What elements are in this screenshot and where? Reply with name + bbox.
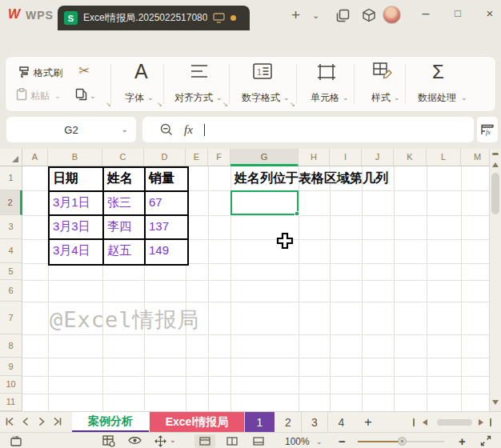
chevron-down-icon[interactable]: ⌄ xyxy=(312,10,319,21)
column-header-B[interactable]: B xyxy=(48,149,102,166)
first-sheet-icon[interactable] xyxy=(5,417,14,426)
column-header-C[interactable]: C xyxy=(102,149,144,166)
tabs-overview-icon[interactable] xyxy=(336,9,350,22)
move-selection-icon[interactable] xyxy=(154,435,166,447)
table-data-cell[interactable]: 赵五 xyxy=(104,240,146,264)
sheet-tab-case-analysis[interactable]: 案例分析 xyxy=(72,412,149,433)
page-layout-view-icon[interactable] xyxy=(226,437,238,446)
horizontal-scroll-thumb[interactable] xyxy=(437,419,472,426)
column-header-K[interactable]: K xyxy=(394,149,427,166)
zoom-slider-track[interactable] xyxy=(402,441,444,442)
spreadsheet-grid[interactable]: ABCDEFGHIJKLMN 1234567891011 姓名列位于表格区域第几… xyxy=(0,149,489,411)
zoom-slider-track[interactable] xyxy=(358,441,402,442)
column-header-F[interactable]: F xyxy=(208,149,230,166)
zoom-level[interactable]: 100% xyxy=(285,436,310,447)
styles-menu-button[interactable]: 样式 xyxy=(371,91,391,105)
scroll-up-arrow-icon[interactable] xyxy=(492,162,499,167)
column-header-E[interactable]: E xyxy=(186,149,208,166)
split-handle[interactable] xyxy=(492,153,499,155)
sheet-tab-2[interactable]: 2 xyxy=(275,412,302,433)
sheet-tab-excel-qingbaoju[interactable]: Excel情报局 xyxy=(150,412,244,433)
data-tools-menu-button[interactable]: 数据处理 xyxy=(418,91,456,105)
table-data-cell[interactable]: 张三 xyxy=(104,192,146,216)
column-header-G[interactable]: G xyxy=(230,149,299,166)
chevron-down-icon[interactable]: ⌄ xyxy=(343,94,349,102)
row-header-4[interactable]: 4 xyxy=(0,239,22,263)
group-expand-icon[interactable]: ↘ xyxy=(222,101,228,108)
apps-cube-icon[interactable] xyxy=(362,8,376,22)
row-header-6[interactable]: 6 xyxy=(0,280,22,302)
table-data-cell[interactable]: 67 xyxy=(146,192,187,216)
vertical-scrollbar[interactable] xyxy=(489,149,501,411)
window-minimize-button[interactable]: – xyxy=(416,6,435,21)
document-tab[interactable]: S Excel情报局.2025022517080 xyxy=(58,6,250,30)
chevron-down-icon[interactable]: ⌄ xyxy=(147,94,154,102)
macro-vb-icon[interactable]: VB xyxy=(10,435,24,447)
group-expand-icon[interactable]: ↘ xyxy=(290,101,295,108)
table-data-cell[interactable]: 李四 xyxy=(104,216,146,240)
table-data-cell[interactable]: 3月4日 xyxy=(50,240,104,264)
sheet-tab-3[interactable]: 3 xyxy=(302,412,328,433)
select-all-corner[interactable] xyxy=(0,149,22,166)
chevron-down-icon[interactable]: ⌄ xyxy=(461,94,467,102)
font-menu-button[interactable]: 字体 xyxy=(125,91,144,105)
fill-handle[interactable] xyxy=(295,211,299,216)
sheet-tab-1[interactable]: 1 xyxy=(245,412,275,433)
cut-scissors-icon[interactable]: ✂ xyxy=(78,62,90,79)
chevron-down-icon[interactable]: ⌄ xyxy=(316,438,323,446)
paste-button[interactable]: 粘贴 xyxy=(30,90,50,103)
row-header-7[interactable]: 7 xyxy=(0,302,22,334)
formula-input[interactable]: fx xyxy=(142,117,474,142)
chevron-down-icon[interactable]: ⌄ xyxy=(283,94,290,102)
row-header-8[interactable]: 8 xyxy=(0,334,22,358)
chevron-down-icon[interactable]: ⌄ xyxy=(216,94,222,102)
row-header-1[interactable]: 1 xyxy=(0,166,22,190)
row-header-10[interactable]: 10 xyxy=(0,376,22,394)
row-header-9[interactable]: 9 xyxy=(0,358,22,376)
user-avatar[interactable] xyxy=(383,6,401,24)
cells-menu-button[interactable]: 单元格 xyxy=(311,91,339,105)
table-data-cell[interactable]: 3月1日 xyxy=(50,192,104,216)
selected-cell-G2[interactable] xyxy=(230,190,299,215)
hscroll-left-arrow-icon[interactable] xyxy=(423,419,427,426)
window-maximize-button[interactable]: □ xyxy=(448,7,467,19)
column-header-L[interactable]: L xyxy=(427,149,461,166)
formula-bar-expand-button[interactable]: fx xyxy=(477,117,498,142)
add-sheet-button[interactable]: + xyxy=(358,412,379,433)
row-header-11[interactable]: 11 xyxy=(0,394,22,411)
chevron-down-icon[interactable]: ⌄ xyxy=(394,94,400,102)
row-header-5[interactable]: 5 xyxy=(0,263,22,280)
column-header-H[interactable]: H xyxy=(299,149,330,166)
table-header-cell[interactable]: 销量 xyxy=(146,168,187,192)
new-document-button[interactable]: + xyxy=(291,6,300,24)
sheet-tab-4[interactable]: 4 xyxy=(328,412,355,433)
zoom-slider-thumb[interactable] xyxy=(398,437,407,446)
fullscreen-icon[interactable] xyxy=(480,435,491,446)
row-header-3[interactable]: 3 xyxy=(0,215,22,239)
table-header-cell[interactable]: 姓名 xyxy=(104,168,146,192)
vertical-scroll-thumb[interactable] xyxy=(491,173,499,214)
page-break-view-icon[interactable] xyxy=(253,437,264,446)
next-sheet-icon[interactable] xyxy=(37,417,46,426)
group-expand-icon[interactable]: ↘ xyxy=(157,101,162,108)
window-close-button[interactable]: × xyxy=(480,6,499,20)
chevron-down-icon[interactable]: ⌄ xyxy=(170,436,176,444)
name-box[interactable]: G2 ⌄ xyxy=(6,117,136,142)
copy-icon[interactable] xyxy=(75,88,87,101)
row-header-2[interactable]: 2 xyxy=(0,190,22,215)
eye-icon[interactable] xyxy=(128,435,142,446)
chevron-down-icon[interactable]: ⌄ xyxy=(54,92,61,100)
column-header-A[interactable]: A xyxy=(22,149,48,166)
scroll-down-arrow-icon[interactable] xyxy=(492,400,499,405)
table-settings-icon[interactable] xyxy=(102,435,115,447)
hscroll-right-arrow-icon[interactable] xyxy=(479,419,483,426)
column-header-J[interactable]: J xyxy=(362,149,394,166)
column-header-D[interactable]: D xyxy=(144,149,186,166)
table-header-cell[interactable]: 日期 xyxy=(50,168,104,192)
format-painter-button[interactable]: 格式刷 xyxy=(34,66,62,80)
column-header-M[interactable]: M xyxy=(461,149,489,166)
table-data-cell[interactable]: 149 xyxy=(146,240,187,264)
last-sheet-icon[interactable] xyxy=(53,417,62,426)
chevron-down-icon[interactable]: ⌄ xyxy=(122,125,128,134)
magnifier-minus-icon[interactable] xyxy=(160,123,173,136)
